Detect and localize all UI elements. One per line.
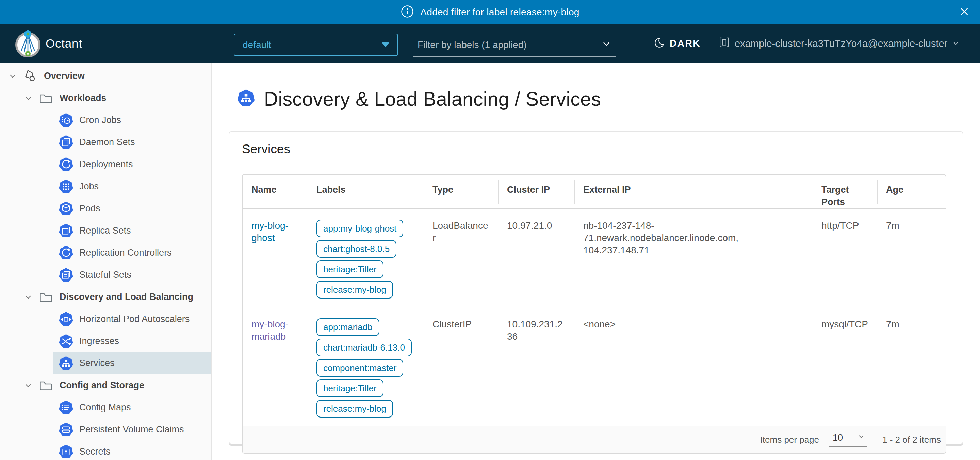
label-chip[interactable]: app:my-blog-ghost bbox=[317, 220, 403, 237]
configmaps-icon bbox=[59, 400, 73, 415]
age-cell: 7m bbox=[878, 307, 946, 426]
sidebar-item-label: Stateful Sets bbox=[79, 270, 131, 280]
notification-bar: Added filter for label release:my-blog bbox=[0, 0, 980, 24]
column-header-age: Age bbox=[878, 175, 946, 208]
hpa-icon bbox=[59, 312, 73, 327]
sidebar-item-ingresses[interactable]: Ingresses bbox=[0, 330, 211, 352]
label-chip[interactable]: component:master bbox=[317, 359, 403, 377]
external-ip-cell: nb-104-237-148-71.newark.nodebalancer.li… bbox=[575, 208, 813, 307]
external-ip-cell: <none> bbox=[575, 307, 813, 426]
sidebar-nav: OverviewWorkloadsCron JobsDaemon SetsDep… bbox=[0, 63, 212, 460]
sidebar-item-stateful-sets[interactable]: Stateful Sets bbox=[0, 264, 211, 286]
sidebar-item-label: Secrets bbox=[79, 446, 111, 457]
services-icon bbox=[59, 356, 73, 371]
sidebar-item-label: Config Maps bbox=[79, 402, 131, 413]
column-header-name: Name bbox=[243, 175, 308, 208]
replicasets-icon bbox=[59, 224, 73, 238]
age-cell: 7m bbox=[878, 208, 946, 307]
octant-app: Added filter for label release:my-blog O… bbox=[0, 0, 980, 460]
sidebar-item-label: Persistent Volume Claims bbox=[79, 424, 184, 435]
sidebar-item-label: Replica Sets bbox=[79, 225, 131, 236]
chevron-down-icon[interactable] bbox=[8, 72, 17, 80]
cronjobs-icon bbox=[59, 113, 73, 128]
sidebar-item-label: Replication Controllers bbox=[79, 247, 172, 258]
daemonsets-icon bbox=[59, 135, 73, 150]
sidebar-item-label: Services bbox=[79, 358, 115, 368]
sidebar-item-label: Config and Storage bbox=[60, 380, 144, 391]
info-icon bbox=[401, 5, 414, 20]
service-link[interactable]: my-blog-ghost bbox=[251, 220, 288, 243]
label-filter-dropdown[interactable]: Filter by labels (1 applied) bbox=[413, 34, 616, 57]
chevron-down-icon[interactable] bbox=[24, 382, 33, 389]
secrets-icon bbox=[59, 444, 73, 459]
main-content: Discovery & Load Balancing / Services Se… bbox=[212, 63, 980, 460]
notification-message: Added filter for label release:my-blog bbox=[420, 7, 579, 18]
sidebar-item-label: Pods bbox=[79, 203, 100, 214]
sidebar-item-config-and-storage[interactable]: Config and Storage bbox=[0, 374, 211, 397]
caret-down-icon bbox=[382, 43, 389, 47]
app-title: Octant bbox=[46, 24, 82, 63]
sidebar-item-persistent-volume-claims[interactable]: Persistent Volume Claims bbox=[0, 419, 211, 441]
theme-label: DARK bbox=[670, 38, 701, 49]
table-header-row: NameLabelsTypeCluster IPExternal IPTarge… bbox=[243, 175, 946, 208]
sidebar-item-label: Ingresses bbox=[79, 336, 119, 346]
cluster-ip-cell: 10.109.231.236 bbox=[499, 307, 575, 426]
sidebar-item-discovery-and-load-balancing[interactable]: Discovery and Load Balancing bbox=[0, 286, 211, 308]
services-card: Services NameLabelsTypeCluster IPExterna… bbox=[229, 131, 963, 444]
chevron-down-icon[interactable] bbox=[24, 95, 33, 102]
column-header-target-ports: Target Ports bbox=[813, 175, 878, 208]
sidebar-item-config-maps[interactable]: Config Maps bbox=[0, 397, 211, 419]
chevron-down-icon bbox=[952, 38, 959, 49]
page-title-row: Discovery & Load Balancing / Services bbox=[237, 88, 601, 110]
service-type-cell: LoadBalancer bbox=[424, 208, 499, 307]
column-header-cluster-ip: Cluster IP bbox=[499, 175, 575, 208]
folder-icon bbox=[38, 90, 54, 106]
services-icon bbox=[237, 89, 255, 109]
label-chip[interactable]: app:mariadb bbox=[317, 318, 379, 336]
sidebar-item-pods[interactable]: Pods bbox=[0, 198, 211, 220]
deployments-icon bbox=[59, 157, 73, 172]
sidebar-item-cron-jobs[interactable]: Cron Jobs bbox=[0, 109, 211, 131]
sidebar-item-horizontal-pod-autoscalers[interactable]: Horizontal Pod Autoscalers bbox=[0, 308, 211, 330]
service-type-cell: ClusterIP bbox=[424, 307, 499, 426]
sidebar-item-services[interactable]: Services bbox=[0, 352, 211, 374]
cluster-ip-cell: 10.97.21.0 bbox=[499, 208, 575, 307]
cluster-selector[interactable]: example-cluster-ka3TuTzYo4a@example-clus… bbox=[719, 24, 959, 63]
sidebar-item-jobs[interactable]: Jobs bbox=[0, 175, 211, 198]
sidebar-item-label: Daemon Sets bbox=[79, 137, 135, 148]
namespace-value: default bbox=[243, 40, 271, 50]
folder-icon bbox=[38, 378, 54, 393]
close-notification-button[interactable] bbox=[958, 5, 971, 19]
sidebar-item-workloads[interactable]: Workloads bbox=[0, 87, 211, 109]
statefulsets-icon bbox=[59, 268, 73, 282]
items-per-page-value: 10 bbox=[833, 433, 843, 443]
app-header: Octant default Filter by labels (1 appli… bbox=[0, 24, 980, 63]
items-per-page-label: Items per page bbox=[760, 435, 819, 445]
folder-icon bbox=[38, 289, 54, 305]
sidebar-item-label: Discovery and Load Balancing bbox=[60, 292, 193, 302]
close-icon bbox=[958, 5, 971, 19]
sidebar-item-overview[interactable]: Overview bbox=[0, 65, 211, 87]
items-per-page-select[interactable]: 10 bbox=[829, 433, 867, 447]
label-chip[interactable]: heritage:Tiller bbox=[317, 260, 383, 278]
label-chip[interactable]: release:my-blog bbox=[317, 281, 393, 298]
namespace-select[interactable]: default bbox=[234, 34, 398, 56]
sidebar-item-daemon-sets[interactable]: Daemon Sets bbox=[0, 131, 211, 153]
table-row: my-blog-mariadbapp:mariadbchart:mariadb-… bbox=[243, 307, 946, 426]
theme-toggle[interactable]: DARK bbox=[653, 24, 701, 63]
column-header-labels: Labels bbox=[308, 175, 424, 208]
sidebar-item-deployments[interactable]: Deployments bbox=[0, 153, 211, 175]
sidebar-item-replica-sets[interactable]: Replica Sets bbox=[0, 220, 211, 242]
label-chip[interactable]: release:my-blog bbox=[317, 400, 393, 417]
label-chip[interactable]: chart:mariadb-6.13.0 bbox=[317, 339, 412, 356]
service-link[interactable]: my-blog-mariadb bbox=[251, 319, 288, 342]
column-header-type: Type bbox=[424, 175, 499, 208]
pvc-icon bbox=[59, 422, 73, 437]
moon-icon bbox=[653, 37, 665, 50]
label-chip[interactable]: heritage:Tiller bbox=[317, 379, 383, 397]
sidebar-item-replication-controllers[interactable]: Replication Controllers bbox=[0, 242, 211, 264]
sidebar-item-secrets[interactable]: Secrets bbox=[0, 441, 211, 460]
chevron-down-icon[interactable] bbox=[24, 293, 33, 301]
cluster-name: example-cluster-ka3TuTzYo4a@example-clus… bbox=[735, 38, 947, 49]
label-chip[interactable]: chart:ghost-8.0.5 bbox=[317, 240, 396, 258]
